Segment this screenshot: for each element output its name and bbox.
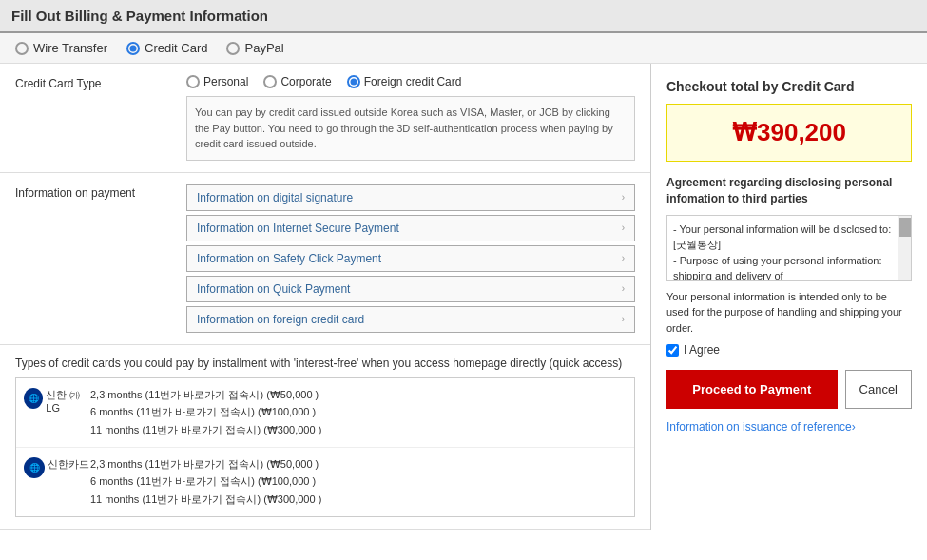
tab-wire-transfer[interactable]: Wire Transfer <box>15 41 107 55</box>
action-buttons: Proceed to Payment Cancel <box>666 370 912 409</box>
tab-credit-card[interactable]: Credit Card <box>126 41 207 55</box>
right-panel: Checkout total by Credit Card ₩390,200 A… <box>651 64 927 530</box>
btn-digital-sig-label: Information on digital signature <box>197 191 353 204</box>
bank-logo-shinhan-lg: 🌐 신한 ㈎LG <box>24 386 90 414</box>
radio-corporate[interactable] <box>263 75 277 88</box>
payment-info-content: Information on digital signature › Infor… <box>186 184 635 333</box>
installment-title: Types of credit cards you could pay by i… <box>15 357 635 370</box>
arrow-internet-secure: › <box>622 222 625 233</box>
checkout-total-box: ₩390,200 <box>666 104 912 162</box>
radio-paypal[interactable] <box>226 42 240 55</box>
agreement-title: Agreement regarding disclosing personal … <box>666 175 912 207</box>
bank-logo-shinhan-card: 🌐 신한카드 <box>24 455 90 478</box>
card-description: You can pay by credit card issued outsid… <box>186 96 635 161</box>
credit-card-type-label: Credit Card Type <box>15 75 186 161</box>
installment-section: Types of credit cards you could pay by i… <box>0 345 650 530</box>
option-foreign[interactable]: Foreign credit Card <box>347 75 462 88</box>
table-row: 🌐 신한카드 2,3 months (11번가 바로가기 접속시) (₩50,0… <box>16 448 634 516</box>
tab-paypal-label: PayPal <box>244 41 283 55</box>
arrow-safety-click: › <box>622 253 625 263</box>
radio-foreign[interactable] <box>347 75 360 88</box>
arrow-foreign-card: › <box>622 314 625 324</box>
table-row: 🌐 신한 ㈎LG 2,3 months (11번가 바로가기 접속시) (₩50… <box>16 378 634 448</box>
agree-checkbox-input[interactable] <box>666 344 679 357</box>
tab-paypal[interactable]: PayPal <box>226 41 283 55</box>
credit-card-type-content: Personal Corporate Foreign credit Card Y… <box>186 75 635 161</box>
bank-name-shinhan-lg: 신한 ㈎LG <box>46 388 90 414</box>
btn-safety-click-label: Information on Safety Click Payment <box>197 252 381 265</box>
left-panel: Credit Card Type Personal Corporate Fore… <box>0 64 651 530</box>
radio-credit-card[interactable] <box>126 42 140 55</box>
arrow-digital-sig: › <box>622 192 625 203</box>
installment-details-shinhan-lg: 2,3 months (11번가 바로가기 접속시) (₩50,000 ) 6 … <box>90 386 627 439</box>
checkout-title: Checkout total by Credit Card <box>666 79 912 94</box>
page-title: Fill Out Billing & Payment Information <box>11 8 268 24</box>
agreement-box[interactable]: - Your personal information will be disc… <box>666 215 912 281</box>
payment-info-section: Information on payment Information on di… <box>0 173 650 345</box>
installment-table: 🌐 신한 ㈎LG 2,3 months (11번가 바로가기 접속시) (₩50… <box>15 377 635 517</box>
corporate-label: Corporate <box>280 75 331 88</box>
radio-personal[interactable] <box>186 75 200 88</box>
arrow-quick-payment: › <box>622 283 625 294</box>
personal-label: Personal <box>203 75 248 88</box>
reference-link[interactable]: Information on issuance of reference› <box>666 420 856 434</box>
installment-details-shinhan-card: 2,3 months (11번가 바로가기 접속시) (₩50,000 ) 6 … <box>90 455 627 509</box>
page-header: Fill Out Billing & Payment Information <box>0 0 927 33</box>
btn-internet-secure[interactable]: Information on Internet Secure Payment › <box>186 215 635 241</box>
tab-credit-card-label: Credit Card <box>145 41 207 55</box>
agreement-text: - Your personal information will be disc… <box>673 222 905 281</box>
card-type-options: Personal Corporate Foreign credit Card <box>186 75 635 88</box>
bank-name-shinhan-card: 신한카드 <box>48 457 89 472</box>
shinhan-card-icon: 🌐 <box>24 457 45 478</box>
tab-wire-transfer-label: Wire Transfer <box>33 41 107 55</box>
payment-method-tabs: Wire Transfer Credit Card PayPal <box>0 33 927 64</box>
btn-digital-signature[interactable]: Information on digital signature › <box>186 184 635 211</box>
btn-safety-click[interactable]: Information on Safety Click Payment › <box>186 245 635 272</box>
cancel-button[interactable]: Cancel <box>845 370 912 409</box>
foreign-label: Foreign credit Card <box>364 75 462 88</box>
btn-foreign-card-label: Information on foreign credit card <box>197 313 364 326</box>
btn-foreign-card[interactable]: Information on foreign credit card › <box>186 306 635 333</box>
option-corporate[interactable]: Corporate <box>263 75 331 88</box>
agree-label[interactable]: I Agree <box>684 343 720 357</box>
btn-quick-payment-label: Information on Quick Payment <box>197 282 350 296</box>
scrollbar-thumb[interactable] <box>899 218 911 237</box>
shinhan-icon: 🌐 <box>24 388 43 409</box>
proceed-payment-button[interactable]: Proceed to Payment <box>666 370 838 409</box>
checkout-amount: ₩390,200 <box>681 118 898 147</box>
main-layout: Credit Card Type Personal Corporate Fore… <box>0 64 927 530</box>
btn-quick-payment[interactable]: Information on Quick Payment › <box>186 276 635 302</box>
option-personal[interactable]: Personal <box>186 75 248 88</box>
btn-internet-secure-label: Information on Internet Secure Payment <box>197 222 399 235</box>
agree-checkbox-row: I Agree <box>666 343 912 357</box>
scrollbar-track[interactable] <box>898 216 911 280</box>
payment-info-label: Information on payment <box>15 184 186 333</box>
credit-card-type-section: Credit Card Type Personal Corporate Fore… <box>0 64 650 173</box>
info-buttons-list: Information on digital signature › Infor… <box>186 184 635 333</box>
agreement-note: Your personal information is intended on… <box>666 289 912 337</box>
radio-wire-transfer[interactable] <box>15 42 29 55</box>
